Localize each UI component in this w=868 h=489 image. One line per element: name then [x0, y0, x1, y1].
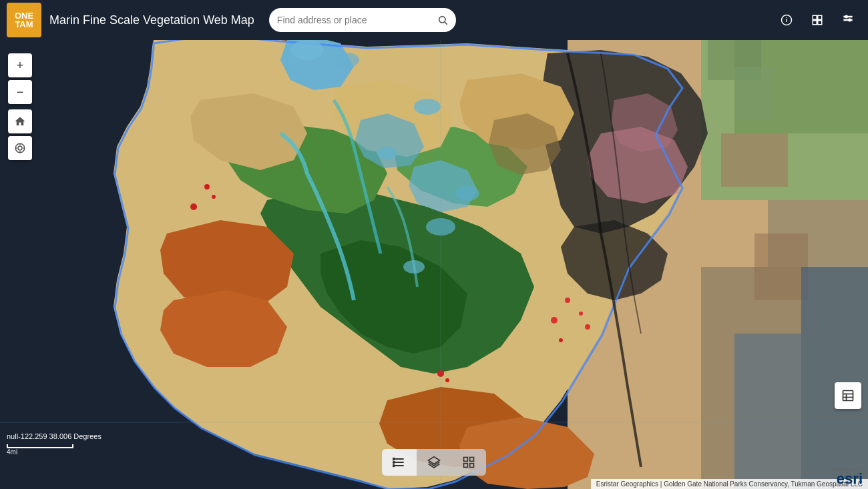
svg-point-25 — [204, 184, 210, 189]
svg-rect-81 — [464, 458, 468, 462]
scale-label: 4mi — [7, 448, 17, 456]
table-view-button[interactable] — [835, 382, 861, 409]
svg-point-28 — [565, 298, 570, 303]
svg-point-79 — [393, 465, 395, 467]
svg-point-62 — [845, 15, 847, 17]
svg-point-42 — [335, 53, 359, 67]
svg-point-37 — [377, 147, 397, 160]
svg-rect-57 — [818, 15, 822, 19]
svg-line-53 — [445, 22, 447, 25]
svg-rect-46 — [721, 133, 788, 187]
layers-toggle-button[interactable] — [835, 7, 861, 33]
svg-point-52 — [439, 17, 445, 23]
zoom-controls: + − — [8, 53, 32, 160]
svg-point-30 — [551, 317, 558, 324]
svg-point-32 — [559, 338, 563, 342]
layer-view-button[interactable] — [417, 449, 451, 476]
svg-point-27 — [190, 203, 197, 210]
grid-view-button[interactable] — [451, 449, 486, 476]
svg-text:i: i — [786, 16, 788, 23]
top-right-controls: i — [773, 7, 861, 33]
basemap-button[interactable] — [804, 7, 831, 33]
coordinate-text: null-122.259 38.006 Degrees — [7, 432, 101, 440]
info-button[interactable]: i — [773, 7, 800, 33]
esri-logo: POWERED BY esri — [831, 467, 863, 486]
header: ONE TAM Marin Fine Scale Vegetation Web … — [0, 0, 868, 40]
svg-rect-84 — [470, 464, 474, 468]
coordinates-display: null-122.259 38.006 Degrees 4mi — [7, 432, 101, 456]
svg-point-38 — [455, 186, 479, 201]
svg-rect-70 — [843, 391, 853, 401]
scale-bar: 4mi — [7, 444, 101, 456]
svg-point-78 — [393, 462, 395, 464]
svg-point-41 — [290, 40, 324, 60]
app-title: Marin Fine Scale Vegetation Web Map — [49, 13, 254, 27]
map-container[interactable]: ONE TAM Marin Fine Scale Vegetation Web … — [0, 0, 868, 489]
svg-rect-56 — [813, 15, 817, 19]
svg-rect-58 — [813, 21, 817, 25]
svg-marker-17 — [160, 290, 287, 367]
svg-rect-82 — [470, 458, 474, 462]
home-button[interactable] — [8, 109, 32, 133]
svg-point-29 — [579, 312, 583, 316]
svg-point-63 — [849, 19, 851, 21]
attribution-text: Esristar Geographics | Golden Gate Natio… — [596, 480, 863, 488]
logo-line2: TAM — [15, 20, 33, 29]
svg-point-34 — [445, 378, 449, 382]
svg-rect-59 — [818, 21, 822, 25]
map-visualization — [0, 0, 868, 489]
svg-rect-45 — [734, 67, 775, 120]
attribution: Esristar Geographics | Golden Gate Natio… — [591, 479, 868, 489]
bottom-toolbar — [382, 449, 486, 476]
list-view-button[interactable] — [382, 449, 417, 476]
locate-button[interactable] — [8, 136, 32, 160]
esri-name: esri — [837, 472, 863, 486]
svg-point-36 — [414, 99, 441, 115]
search-container — [269, 8, 456, 32]
search-button[interactable] — [437, 15, 448, 25]
onetam-logo: ONE TAM — [7, 3, 41, 37]
svg-point-77 — [393, 458, 395, 460]
svg-point-64 — [18, 146, 22, 150]
svg-rect-50 — [801, 267, 868, 489]
svg-rect-83 — [464, 464, 468, 468]
zoom-in-button[interactable]: + — [8, 53, 32, 77]
svg-rect-51 — [734, 334, 801, 489]
zoom-out-button[interactable]: − — [8, 80, 32, 104]
svg-point-26 — [212, 195, 216, 199]
svg-rect-47 — [754, 233, 808, 300]
search-input[interactable] — [277, 15, 437, 25]
svg-point-40 — [403, 260, 425, 274]
svg-point-31 — [585, 324, 590, 330]
